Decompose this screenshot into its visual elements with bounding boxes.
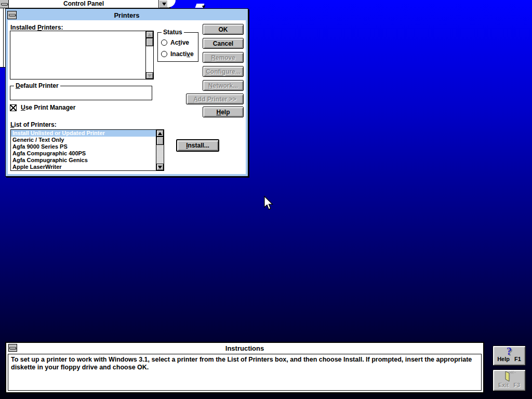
printer-list-item[interactable]: Install Unlisted or Updated Printer [11, 130, 156, 137]
installed-printers-label: Installed Printers: [10, 24, 63, 31]
window-border-line [3, 8, 4, 67]
installed-printers-listbox[interactable] [10, 31, 154, 79]
instructions-title: Instructions [6, 344, 483, 352]
configure-button: Configure... [203, 66, 244, 77]
printer-list-item[interactable]: Apple LaserWriter [11, 164, 156, 170]
scroll-up-icon [158, 132, 162, 135]
dialog-title: Printers [7, 11, 246, 19]
radio-circle-icon [161, 39, 167, 46]
default-printer-label: Default Printer [14, 82, 60, 89]
ok-button[interactable]: OK [203, 24, 244, 35]
default-printer-groupbox: Default Printer [10, 86, 152, 100]
list-of-printers-listbox[interactable]: Install Unlisted or Updated PrinterGener… [10, 129, 164, 171]
radio-inactive: Inactive [161, 50, 194, 58]
scroll-up-icon [148, 33, 152, 36]
down-arrow-icon [162, 3, 166, 6]
help-f1-button[interactable]: ? Help F1 [493, 345, 526, 366]
scrollbar-track[interactable] [156, 145, 164, 164]
printer-list-items: Install Unlisted or Updated PrinterGener… [11, 130, 156, 170]
mouse-cursor [264, 196, 273, 210]
scrollbar-track [146, 46, 153, 72]
scrollbar-thumb[interactable] [156, 137, 164, 145]
installed-printers-scrollbar [145, 31, 153, 79]
add-printer-button: Add Printer >> [186, 94, 244, 104]
desktop: Control Panel Printers Installed Printer… [0, 0, 532, 399]
question-mark-icon: ? [507, 347, 512, 356]
use-print-manager-row[interactable]: Use Print Manager [10, 104, 75, 111]
radio-active: Active [161, 39, 189, 46]
printer-list-item[interactable]: Generic / Text Only [11, 137, 156, 143]
help-button[interactable]: Help [203, 107, 244, 117]
cancel-button[interactable]: Cancel [203, 38, 244, 49]
scrollbar-thumb [146, 38, 153, 46]
printers-titlebar[interactable]: Printers [7, 10, 246, 20]
control-panel-titlebar[interactable]: Control Panel [0, 0, 169, 8]
radio-circle-icon [161, 51, 167, 57]
instructions-text: To set up a printer to work with Windows… [8, 354, 482, 391]
printer-list-item[interactable]: Agfa 9000 Series PS [11, 143, 156, 150]
scroll-up-button [146, 31, 153, 38]
remove-button: Remove [203, 52, 244, 63]
scroll-down-button[interactable] [156, 164, 164, 170]
control-panel-title: Control Panel [9, 0, 158, 8]
printer-list-item[interactable]: Agfa Compugraphic Genics [11, 157, 156, 164]
exit-f3-button: Exit F3 [493, 369, 526, 391]
printer-list-item[interactable]: Agfa Compugraphic 400PS [11, 150, 156, 157]
control-menu-button[interactable] [0, 0, 9, 8]
exit-f3-label: Exit F3 [498, 382, 520, 389]
status-group-label: Status [162, 29, 184, 36]
scroll-up-button[interactable] [156, 130, 164, 137]
list-of-printers-scrollbar[interactable] [156, 130, 164, 170]
control-menu-dash-icon [9, 347, 16, 349]
network-button: Network... [203, 80, 244, 91]
printers-dialog: Printers Installed Printers: Status [5, 8, 248, 177]
help-f1-label: Help F1 [497, 356, 521, 363]
instructions-window: Instructions To set up a printer to work… [5, 342, 484, 393]
instructions-titlebar[interactable]: Instructions [6, 343, 483, 353]
status-groupbox: Status Active Inactive [157, 32, 198, 62]
install-button[interactable]: Install... [176, 139, 219, 152]
control-menu-dash-icon [1, 3, 8, 5]
use-print-manager-checkbox[interactable] [10, 104, 17, 111]
scroll-down-button [146, 72, 153, 79]
printers-dialog-client: Installed Printers: Status Ac [8, 20, 246, 174]
scroll-down-icon [158, 166, 162, 169]
scroll-down-icon [148, 74, 152, 77]
exit-door-icon [501, 370, 517, 382]
control-menu-button[interactable] [8, 344, 17, 352]
obscured-window-fragment [167, 0, 176, 7]
list-of-printers-label: List of Printers: [10, 121, 57, 128]
use-print-manager-label: Use Print Manager [21, 104, 75, 111]
